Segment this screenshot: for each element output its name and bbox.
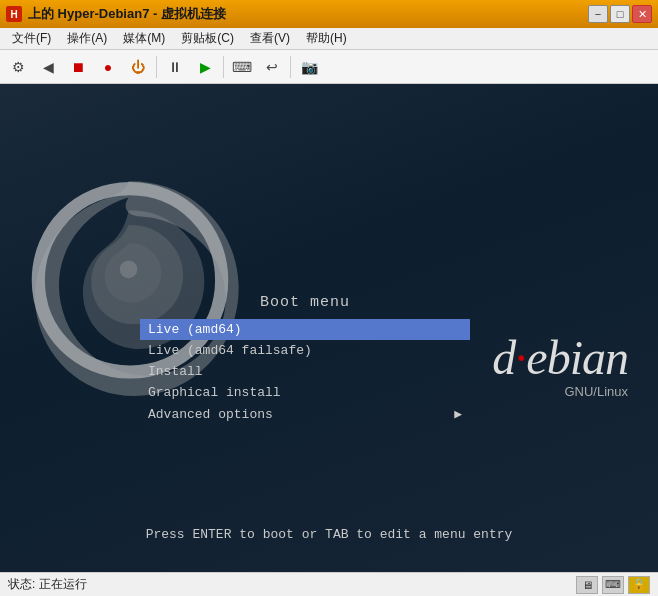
title-bar-left: H 上的 Hyper-Debian7 - 虚拟机连接 — [6, 5, 226, 23]
boot-item-label-advanced: Advanced options — [148, 407, 273, 422]
boot-menu-title: Boot menu — [140, 294, 470, 311]
boot-item-label-live-amd64: Live (amd64) — [148, 322, 242, 337]
separator-1 — [156, 56, 157, 78]
lock-icon-box[interactable]: 🔒 — [628, 576, 650, 594]
power-button[interactable]: ⏻ — [124, 54, 152, 80]
close-button[interactable]: ✕ — [632, 5, 652, 23]
back-button[interactable]: ◀ — [34, 54, 62, 80]
keyboard-icon-box[interactable]: ⌨ — [602, 576, 624, 594]
debian-subtitle: GNU/Linux — [492, 384, 628, 399]
menu-file[interactable]: 文件(F) — [4, 28, 59, 49]
press-enter-text: Press ENTER to boot or TAB to edit a men… — [146, 527, 513, 542]
menu-action[interactable]: 操作(A) — [59, 28, 115, 49]
boot-menu: Boot menu Live (amd64) Live (amd64 fails… — [140, 294, 470, 425]
maximize-button[interactable]: □ — [610, 5, 630, 23]
menu-help[interactable]: 帮助(H) — [298, 28, 355, 49]
stop-button[interactable]: ⏹ — [64, 54, 92, 80]
undo-button[interactable]: ↩ — [258, 54, 286, 80]
toolbar: ⚙ ◀ ⏹ ● ⏻ ⏸ ▶ ⌨ ↩ 📷 — [0, 50, 658, 84]
menu-bar: 文件(F) 操作(A) 媒体(M) 剪贴板(C) 查看(V) 帮助(H) — [0, 28, 658, 50]
boot-item-graphical-install[interactable]: Graphical install — [140, 382, 470, 403]
menu-media[interactable]: 媒体(M) — [115, 28, 173, 49]
boot-menu-items: Live (amd64) Live (amd64 failsafe) Insta… — [140, 319, 470, 425]
boot-item-live-failsafe[interactable]: Live (amd64 failsafe) — [140, 340, 470, 361]
app-icon: H — [6, 6, 22, 22]
press-enter-bar: Press ENTER to boot or TAB to edit a men… — [0, 527, 658, 542]
settings-button[interactable]: ⚙ — [4, 54, 32, 80]
boot-item-label-live-failsafe: Live (amd64 failsafe) — [148, 343, 312, 358]
send-key-button[interactable]: ⌨ — [228, 54, 256, 80]
play-button[interactable]: ▶ — [191, 54, 219, 80]
title-bar-text: 上的 Hyper-Debian7 - 虚拟机连接 — [28, 5, 226, 23]
separator-2 — [223, 56, 224, 78]
screenshot-button[interactable]: 📷 — [295, 54, 323, 80]
debian-text-logo: d·ebian GNU/Linux — [492, 334, 628, 399]
boot-item-label-install: Install — [148, 364, 203, 379]
title-bar-controls: − □ ✕ — [588, 5, 652, 23]
vm-screen[interactable]: Boot menu Live (amd64) Live (amd64 fails… — [0, 84, 658, 572]
minimize-button[interactable]: − — [588, 5, 608, 23]
menu-clipboard[interactable]: 剪贴板(C) — [173, 28, 242, 49]
record-button[interactable]: ● — [94, 54, 122, 80]
arrow-icon: ▶ — [454, 406, 462, 422]
debian-name: d·ebian — [492, 334, 628, 382]
boot-item-live-amd64[interactable]: Live (amd64) — [140, 319, 470, 340]
status-bar: 状态: 正在运行 🖥 ⌨ 🔒 — [0, 572, 658, 596]
status-bar-right: 🖥 ⌨ 🔒 — [576, 576, 650, 594]
menu-view[interactable]: 查看(V) — [242, 28, 298, 49]
debian-dot: · — [515, 331, 526, 384]
svg-point-0 — [120, 261, 138, 279]
boot-item-label-graphical-install: Graphical install — [148, 385, 281, 400]
monitor-icon-box[interactable]: 🖥 — [576, 576, 598, 594]
boot-item-advanced[interactable]: Advanced options ▶ — [140, 403, 470, 425]
status-text: 状态: 正在运行 — [8, 576, 87, 593]
pause-button[interactable]: ⏸ — [161, 54, 189, 80]
boot-item-install[interactable]: Install — [140, 361, 470, 382]
separator-3 — [290, 56, 291, 78]
title-bar: H 上的 Hyper-Debian7 - 虚拟机连接 − □ ✕ — [0, 0, 658, 28]
